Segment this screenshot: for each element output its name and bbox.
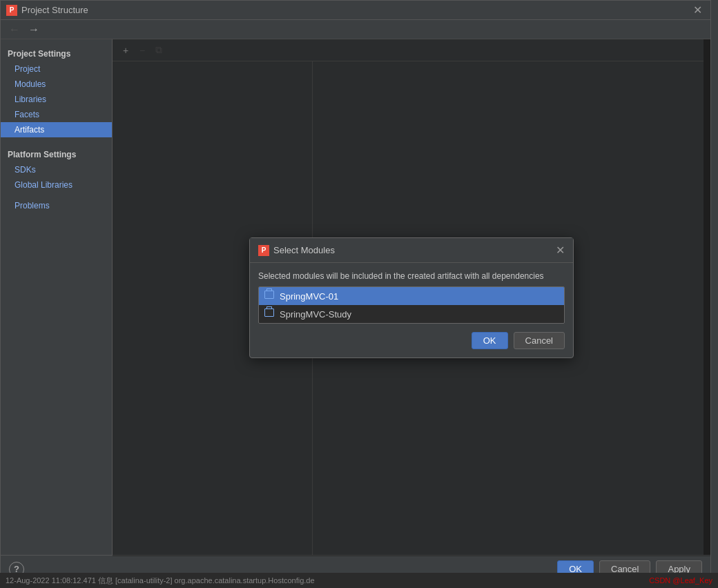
main-window: P Project Structure ✕ ← → Project Settin… [0, 0, 711, 583]
sidebar-item-sdks[interactable]: SDKs [1, 162, 112, 177]
app-icon: P [6, 5, 17, 16]
module-item-springmvc-01[interactable]: SpringMVC-01 [259, 287, 564, 305]
title-bar-left: P Project Structure [6, 5, 88, 16]
module-icon [264, 291, 275, 302]
sidebar-item-facets[interactable]: Facets [1, 107, 112, 122]
dialog-icon: P [258, 245, 269, 256]
window-title: Project Structure [21, 5, 88, 15]
sidebar-item-libraries[interactable]: Libraries [1, 92, 112, 107]
dialog-title-bar: P Select Modules ✕ [250, 238, 573, 263]
module-icon [264, 308, 275, 320]
sidebar-item-problems[interactable]: Problems [1, 198, 112, 213]
dialog-title-left: P Select Modules [258, 245, 335, 256]
title-bar: P Project Structure ✕ [1, 1, 710, 20]
dialog-description: Selected modules will be included in the… [258, 271, 565, 281]
dialog-cancel-button[interactable]: Cancel [514, 332, 565, 349]
dialog-buttons: OK Cancel [258, 332, 565, 349]
dialog-close-button[interactable]: ✕ [556, 244, 565, 257]
sidebar-item-project[interactable]: Project [1, 61, 112, 77]
dialog-body: Selected modules will be included in the… [250, 263, 573, 357]
sidebar: Project Settings Project Modules Librari… [1, 39, 113, 556]
platform-settings-label: Platform Settings [1, 146, 112, 162]
dialog-ok-button[interactable]: OK [472, 332, 508, 349]
forward-button[interactable]: → [26, 22, 42, 37]
main-panel: + − ⧉ Nothing to show [113, 39, 710, 556]
module-label: SpringMVC-01 [280, 291, 338, 302]
watermark: CSDN @Leaf_Key [649, 576, 712, 585]
status-text: 12-Aug-2022 11:08:12.471 信息 [catalina-ut… [6, 576, 315, 586]
dialog-overlay: P Select Modules ✕ Selected modules will… [113, 39, 710, 556]
sidebar-item-artifacts[interactable]: Artifacts [1, 122, 112, 137]
select-modules-dialog: P Select Modules ✕ Selected modules will… [249, 237, 574, 358]
back-button[interactable]: ← [6, 22, 23, 37]
module-item-springmvc-study[interactable]: SpringMVC-Study [259, 305, 564, 323]
status-bar: 12-Aug-2022 11:08:12.471 信息 [catalina-ut… [0, 573, 718, 588]
dialog-title: Select Modules [273, 245, 335, 255]
close-button[interactable]: ✕ [690, 3, 705, 17]
sidebar-item-global-libraries[interactable]: Global Libraries [1, 177, 112, 193]
sidebar-item-modules[interactable]: Modules [1, 77, 112, 92]
module-label: SpringMVC-Study [280, 309, 351, 320]
modules-list: SpringMVC-01 SpringMVC-Study [258, 286, 565, 324]
nav-bar: ← → [1, 20, 710, 39]
project-settings-label: Project Settings [1, 45, 112, 61]
